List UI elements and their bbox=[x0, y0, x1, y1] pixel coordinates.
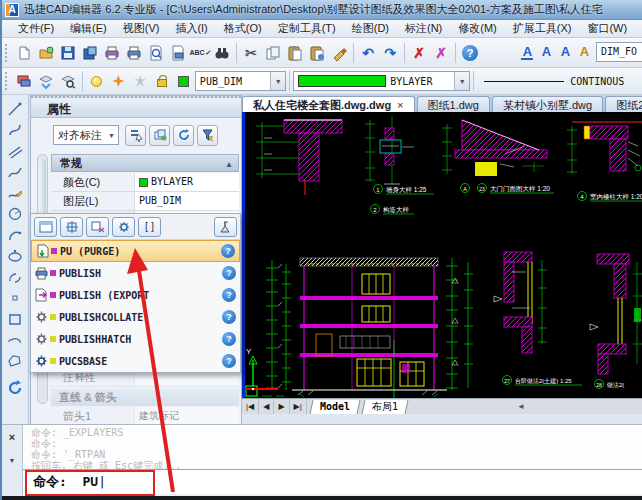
format-painter-icon[interactable] bbox=[328, 42, 350, 64]
text-express-icon[interactable]: A bbox=[575, 41, 594, 63]
layer-thaw-snowflake-icon[interactable] bbox=[129, 70, 151, 92]
entity-type-combo[interactable]: 对齐标注 ▼ bbox=[53, 125, 119, 145]
refresh-properties-button[interactable] bbox=[173, 125, 194, 146]
layer-on-bulb-icon[interactable] bbox=[86, 70, 108, 92]
model-tab[interactable]: Model bbox=[309, 400, 360, 414]
undo-icon[interactable]: ↶ bbox=[357, 42, 379, 64]
menu-express-tools[interactable]: 扩展工具(X) bbox=[505, 20, 580, 37]
property-row-color[interactable]: 颜色(C) BYLAYER bbox=[51, 173, 239, 192]
command-history[interactable]: 命令: _EXPLAYERS 命令: 命令: '_RTPAN 按回车, 右键 或… bbox=[23, 425, 642, 469]
autocomplete-item[interactable]: PUBLISH ? bbox=[31, 262, 240, 284]
layer-color-swatch[interactable] bbox=[173, 70, 195, 92]
last-tab-button[interactable]: ▶| bbox=[290, 399, 307, 414]
cut-icon[interactable]: ✂ bbox=[240, 42, 262, 64]
dim-style-combo[interactable]: DIM_FO bbox=[596, 42, 642, 62]
tab-scroll-left-icon[interactable]: ◄ bbox=[517, 402, 525, 411]
tab-close-icon[interactable]: × bbox=[397, 97, 403, 112]
spline-tool-icon[interactable] bbox=[4, 119, 26, 140]
first-tab-button[interactable]: |◀ bbox=[242, 399, 259, 414]
quick-select-button[interactable] bbox=[125, 125, 146, 146]
paste-icon[interactable] bbox=[284, 42, 306, 64]
layer-lock-icon[interactable] bbox=[151, 70, 173, 92]
command-collapse-icon[interactable]: ▼ bbox=[2, 457, 22, 464]
menu-view[interactable]: 视图(V) bbox=[115, 20, 168, 37]
menu-insert[interactable]: 插入(I) bbox=[167, 20, 215, 37]
arc-continue-tool-icon[interactable] bbox=[4, 266, 26, 287]
item-help-icon[interactable]: ? bbox=[221, 244, 235, 258]
flask-filter-button[interactable] bbox=[214, 217, 237, 237]
line-tool-icon[interactable] bbox=[4, 98, 26, 119]
property-value[interactable]: BYLAYER bbox=[135, 173, 239, 191]
rectangle-tool-icon[interactable] bbox=[4, 308, 26, 329]
item-help-icon[interactable]: ? bbox=[222, 332, 236, 346]
section-lines-arrows[interactable]: 直线 & 箭头 bbox=[51, 389, 239, 406]
property-value[interactable]: PUB_DIM bbox=[135, 192, 239, 210]
open-file-icon[interactable] bbox=[35, 42, 57, 64]
copy-properties-button[interactable] bbox=[149, 125, 170, 146]
filter-button[interactable] bbox=[197, 125, 218, 146]
point-tool-icon[interactable] bbox=[4, 287, 26, 308]
command-input[interactable]: 命令: PU| bbox=[23, 469, 642, 494]
menu-format[interactable]: 格式(O) bbox=[216, 20, 270, 37]
color-combo[interactable]: BYLAYER ▼ bbox=[293, 71, 470, 91]
autocomplete-item[interactable]: PUBLISHCOLLATE ? bbox=[31, 306, 240, 328]
delete-icon[interactable]: ✗ bbox=[408, 42, 430, 64]
options-gear-button[interactable] bbox=[112, 217, 135, 237]
menu-help[interactable]: 帮助(H) bbox=[635, 20, 642, 37]
layout1-tab[interactable]: 布局1 bbox=[361, 400, 408, 414]
help-icon[interactable]: ? bbox=[459, 42, 481, 64]
item-help-icon[interactable]: ? bbox=[222, 266, 236, 280]
layer-explore-icon[interactable] bbox=[57, 70, 79, 92]
layer-manager-icon[interactable] bbox=[13, 70, 35, 92]
property-row-layer[interactable]: 图层(L) PUB_DIM bbox=[51, 192, 239, 211]
layer-freeze-sun-icon[interactable] bbox=[107, 70, 129, 92]
text-icon[interactable]: A bbox=[537, 41, 556, 63]
toolbar-grip[interactable] bbox=[5, 72, 10, 90]
collapse-icon[interactable]: ▲ bbox=[225, 157, 233, 173]
page-setup-icon[interactable] bbox=[167, 42, 189, 64]
menu-modify[interactable]: 修改(M) bbox=[450, 20, 505, 37]
new-file-icon[interactable] bbox=[13, 42, 35, 64]
arc-tool-icon[interactable] bbox=[4, 224, 26, 245]
item-help-icon[interactable]: ? bbox=[222, 354, 236, 368]
autocomplete-item-selected[interactable]: PU (PURGE) ? bbox=[31, 240, 240, 262]
doc-tab-4[interactable]: 图纸2.d bbox=[605, 96, 642, 112]
drawing-canvas[interactable]: 1 墙身大样 1:25 2 构造大样 bbox=[242, 112, 642, 398]
ellipse-tool-icon[interactable] bbox=[4, 245, 26, 266]
find-binoculars-icon[interactable] bbox=[211, 42, 233, 64]
text-edit-icon[interactable]: A bbox=[556, 41, 575, 63]
command-close-icon[interactable]: × bbox=[2, 431, 22, 443]
print-icon[interactable] bbox=[123, 42, 145, 64]
menu-dimension[interactable]: 标注(N) bbox=[397, 20, 450, 37]
linetype-combo[interactable]: CONTINOUS bbox=[477, 71, 642, 91]
revision-cloud-tool-icon[interactable] bbox=[4, 329, 26, 350]
menu-custom-tools[interactable]: 定制工具(T) bbox=[270, 20, 344, 37]
doc-tab-3[interactable]: 某村镇小别墅.dwg bbox=[492, 96, 603, 112]
move-button[interactable] bbox=[60, 217, 83, 237]
menu-window[interactable]: 窗口(W) bbox=[579, 20, 635, 37]
plot-icon[interactable] bbox=[101, 42, 123, 64]
autocomplete-settings-button[interactable] bbox=[86, 217, 109, 237]
redo-icon[interactable]: ↷ bbox=[379, 42, 401, 64]
next-tab-button[interactable]: ▶ bbox=[274, 399, 289, 414]
text-style-icon[interactable]: A bbox=[518, 41, 537, 63]
color-combo-arrow[interactable]: ▼ bbox=[454, 72, 469, 90]
layer-previous-icon[interactable] bbox=[35, 70, 57, 92]
toolbar-grip[interactable] bbox=[5, 44, 10, 62]
refresh-regen-icon[interactable] bbox=[4, 377, 26, 398]
spell-check-icon[interactable]: ABC✓ bbox=[189, 42, 211, 64]
doc-tab-2[interactable]: 图纸1.dwg bbox=[417, 96, 490, 112]
print-preview-icon[interactable] bbox=[145, 42, 167, 64]
purge-icon[interactable]: ✗ bbox=[430, 42, 452, 64]
item-help-icon[interactable]: ? bbox=[222, 288, 236, 302]
window-mode-button[interactable] bbox=[34, 217, 57, 237]
polyline-tool-icon[interactable] bbox=[4, 161, 26, 182]
layer-combo-arrow[interactable]: ▼ bbox=[270, 72, 285, 90]
menu-file[interactable]: 文件(F) bbox=[10, 20, 62, 37]
sketch-tool-icon[interactable] bbox=[4, 182, 26, 203]
save-all-icon[interactable] bbox=[79, 42, 101, 64]
brackets-button[interactable]: [] bbox=[138, 217, 161, 237]
menu-edit[interactable]: 编辑(E) bbox=[62, 20, 115, 37]
item-help-icon[interactable]: ? bbox=[222, 310, 236, 324]
circle-tool-icon[interactable] bbox=[4, 203, 26, 224]
